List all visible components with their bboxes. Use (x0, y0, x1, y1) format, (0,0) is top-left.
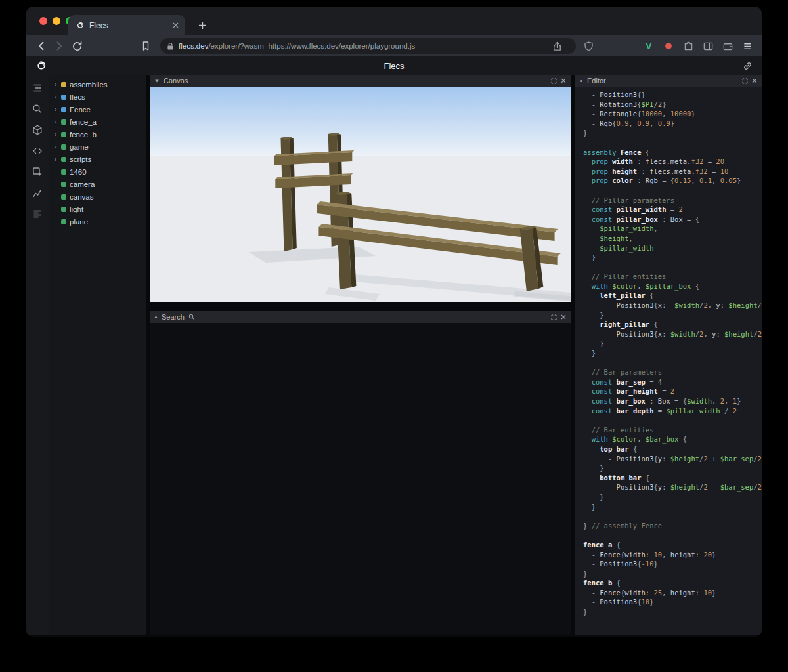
search-results-area[interactable] (150, 323, 571, 635)
code-line[interactable]: - Rectangle{10000, 10000} (583, 109, 762, 119)
code-line[interactable]: - Rgb{0.9, 0.9, 0.9} (583, 119, 762, 129)
code-line[interactable]: const bar_depth = $pillar_width / 2 (583, 406, 762, 416)
code-line[interactable]: - Position3{x: $width/2, y: $height/2} (583, 329, 762, 339)
code-line[interactable]: } (583, 348, 762, 358)
log-icon[interactable] (30, 206, 45, 222)
code-line[interactable] (583, 511, 762, 521)
code-line[interactable]: prop color : Rgb = {0.15, 0.1, 0.05} (583, 176, 762, 186)
tree-item-fence_b[interactable]: ›fence_b (49, 128, 146, 140)
code-line[interactable]: const bar_sep = 4 (583, 377, 762, 387)
code-line[interactable]: const bar_height = 2 (583, 387, 762, 396)
code-line[interactable]: } (583, 502, 762, 512)
back-button[interactable] (34, 39, 49, 53)
code-line[interactable]: right_pillar { (583, 320, 762, 329)
canvas-viewport[interactable] (150, 87, 571, 302)
code-line[interactable]: - Fence{width: 25, height: 10} (583, 588, 762, 598)
code-line[interactable]: left_pillar { (583, 291, 762, 301)
code-line[interactable]: - Position3{y: $height/2 - $bar_sep/2} (583, 482, 762, 492)
code-line[interactable]: - Position3{y: $height/2 + $bar_sep/2} (583, 454, 762, 464)
extensions-menu-button[interactable] (682, 39, 695, 52)
code-line[interactable] (583, 138, 762, 148)
extension-v-button[interactable]: V (642, 39, 655, 52)
code-line[interactable]: } (583, 310, 762, 320)
code-line[interactable]: } (583, 569, 762, 579)
tree-item-camera[interactable]: camera (49, 178, 146, 190)
code-line[interactable]: prop width : flecs.meta.f32 = 20 (583, 157, 762, 167)
code-line[interactable]: - Position3{} (583, 90, 762, 100)
code-line[interactable]: } (583, 339, 762, 348)
chevron-right-icon[interactable]: › (53, 131, 58, 138)
search-icon[interactable] (30, 101, 45, 117)
reload-button[interactable] (70, 39, 84, 53)
tree-item-fence_a[interactable]: ›fence_a (49, 116, 146, 128)
code-line[interactable]: with $color, $pillar_box { (583, 282, 762, 291)
code-line[interactable] (583, 262, 762, 272)
tree-item-game[interactable]: ›game (49, 140, 146, 153)
new-tab-button[interactable] (194, 17, 210, 33)
tree-item-scripts[interactable]: ›scripts (49, 153, 146, 165)
code-line[interactable]: $pillar_width, (583, 224, 762, 234)
sidebar-toggle-button[interactable] (701, 39, 714, 52)
code-line[interactable]: $height, (583, 234, 762, 243)
chevron-right-icon[interactable]: › (53, 143, 58, 150)
code-line[interactable]: fence_a { (583, 540, 762, 550)
cube-icon[interactable] (30, 122, 45, 138)
code-line[interactable]: // Bar parameters (583, 368, 762, 377)
chevron-right-icon[interactable]: › (53, 81, 58, 88)
forward-button[interactable] (52, 39, 66, 53)
browser-tab[interactable]: Flecs (68, 15, 185, 35)
code-line[interactable]: - Rotation3{$PI/2} (583, 100, 762, 110)
expand-panel-icon[interactable] (742, 78, 748, 84)
close-tab-icon[interactable] (173, 22, 179, 28)
tree-item-canvas[interactable]: canvas (49, 190, 146, 203)
code-line[interactable]: fence_b { (583, 578, 762, 588)
code-line[interactable]: top_bar { (583, 444, 762, 454)
code-line[interactable]: const bar_box : Box = {$width, 2, 1} (583, 396, 762, 406)
inspect-icon[interactable] (30, 164, 45, 180)
code-line[interactable]: - Position3{-10} (583, 559, 762, 569)
code-line[interactable]: } (583, 253, 762, 262)
code-line[interactable] (583, 530, 762, 540)
bookmark-icon[interactable] (139, 39, 153, 53)
code-line[interactable]: } (583, 463, 762, 473)
code-line[interactable]: with $color, $bar_box { (583, 434, 762, 444)
stats-icon[interactable] (30, 185, 45, 201)
code-line[interactable]: } (583, 607, 762, 617)
code-line[interactable]: // Pillar entities (583, 272, 762, 282)
code-line[interactable]: $pillar_width (583, 243, 762, 253)
browser-menu-button[interactable] (741, 39, 754, 52)
code-line[interactable]: const pillar_box : Box = { (583, 215, 762, 224)
code-line[interactable]: } (583, 128, 762, 138)
close-panel-icon[interactable] (752, 78, 757, 83)
code-line[interactable] (583, 358, 762, 368)
code-line[interactable]: - Position3{x: -$width/2, y: $height/2} (583, 301, 762, 310)
wallet-button[interactable] (721, 39, 734, 52)
code-icon[interactable] (30, 143, 45, 159)
chevron-right-icon[interactable]: › (53, 156, 58, 163)
code-line[interactable]: // Bar entities (583, 425, 762, 435)
code-line[interactable] (583, 415, 762, 425)
code-line[interactable]: } // assembly Fence (583, 521, 762, 531)
tree-item-plane[interactable]: plane (49, 215, 146, 228)
chevron-right-icon[interactable]: › (53, 93, 58, 100)
code-line[interactable]: // Pillar parameters (583, 196, 762, 205)
tree-item-assemblies[interactable]: ›assemblies (49, 78, 146, 91)
tree-item-flecs[interactable]: ›flecs (49, 91, 146, 103)
chevron-down-icon[interactable] (154, 78, 160, 83)
copy-link-button[interactable] (741, 59, 754, 72)
chevron-right-icon[interactable]: › (53, 118, 58, 125)
tree-item-1460[interactable]: 1460 (49, 165, 146, 178)
tree-item-Fence[interactable]: ›Fence (49, 103, 146, 116)
brave-shields-button[interactable] (581, 39, 596, 53)
code-line[interactable]: prop height : flecs.meta.f32 = 10 (583, 167, 762, 177)
close-panel-icon[interactable] (561, 314, 566, 320)
chevron-right-icon[interactable]: › (53, 106, 58, 113)
extension-record-button[interactable] (662, 39, 675, 52)
address-bar[interactable]: flecs.dev/explorer/?wasm=https://www.fle… (160, 38, 576, 54)
close-window-button[interactable] (39, 17, 47, 25)
code-line[interactable]: assembly Fence { (583, 148, 762, 158)
expand-panel-icon[interactable] (551, 314, 557, 320)
expand-panel-icon[interactable] (551, 78, 557, 84)
code-line[interactable]: - Fence{width: 10, height: 20} (583, 550, 762, 560)
code-line[interactable]: } (583, 492, 762, 502)
